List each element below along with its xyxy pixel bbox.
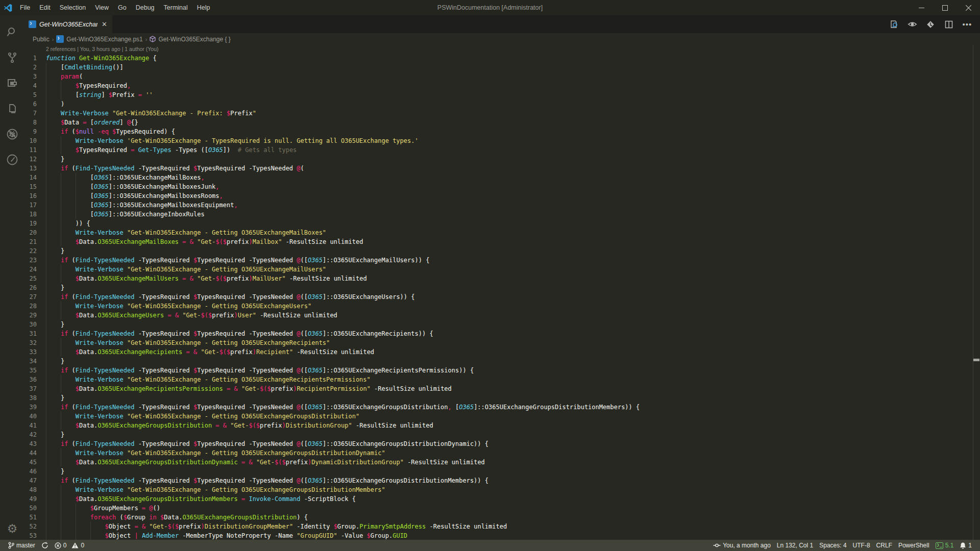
code-line[interactable]: 9 if ($null -eq $TypesRequired) { [24, 127, 980, 136]
code-line[interactable]: 19 )) { [24, 219, 980, 228]
breadcrumb-folder[interactable]: Public [33, 36, 50, 43]
code-line[interactable]: 11 $TypesRequired = Get-Types -Types ([O… [24, 145, 980, 155]
code-line[interactable]: 30 } [24, 320, 980, 329]
code-line[interactable]: 32 Write-Verbose "Get-WinO365Exchange - … [24, 338, 980, 347]
code-line[interactable]: 3 param( [24, 72, 980, 81]
pages-icon[interactable] [0, 96, 24, 121]
search-icon[interactable] [0, 19, 24, 45]
code-line[interactable]: 2 [CmdletBinding()] [24, 63, 980, 72]
line-number: 53 [24, 531, 37, 540]
code-line[interactable]: 51 foreach ($Group in $Data.O365UExchang… [24, 513, 980, 522]
code-line[interactable]: 28 Write-Verbose "Get-WinO365Exchange - … [24, 302, 980, 311]
search-editor-icon[interactable] [888, 19, 899, 30]
code-line[interactable]: 45 $Data.O365UExchangeGroupsDistribution… [24, 458, 980, 467]
minimize-button[interactable] [910, 0, 933, 15]
code-line[interactable]: 14 [O365]::O365UExchangeMailBoxes, [24, 173, 980, 182]
code-line[interactable]: 16 [O365]::O365UExchangeMailboxesRooms, [24, 191, 980, 201]
manage-gear-icon[interactable]: ⚙ [0, 517, 24, 540]
code-line[interactable]: 15 [O365]::O365UExchangeMailboxesJunk, [24, 182, 980, 191]
debug-disabled-icon[interactable] [0, 121, 24, 147]
code-line[interactable]: 50 $GroupMembers = @() [24, 504, 980, 513]
code-line[interactable]: 31 if (Find-TypesNeeded -TypesRequired $… [24, 329, 980, 338]
cursor-position[interactable]: Ln 132, Col 1 [774, 540, 816, 551]
tab-close-icon[interactable]: ✕ [101, 20, 108, 28]
menu-item-help[interactable]: Help [192, 0, 215, 15]
powershell-session[interactable]: 5.1 [933, 540, 957, 551]
code-line[interactable]: 24 Write-Verbose "Get-WinO365Exchange - … [24, 265, 980, 274]
code-line[interactable]: 7 Write-Verbose "Get-WinO365Exchange - P… [24, 109, 980, 118]
tab-get-wino365exchange[interactable]: ❯ Get-WinO365Exchange.ps1 ✕ [24, 15, 112, 33]
code-line[interactable]: 6 ) [24, 99, 980, 109]
extension-diamond-icon[interactable] [925, 19, 936, 30]
code-editor[interactable]: 2 references | You, 3 hours ago | 1 auth… [24, 45, 980, 540]
code-line[interactable]: 27 if (Find-TypesNeeded -TypesRequired $… [24, 292, 980, 302]
code-line[interactable]: 12 } [24, 155, 980, 164]
toggle-blame-eye-icon[interactable] [906, 19, 918, 30]
line-number: 31 [24, 329, 37, 338]
code-line[interactable]: 4 $TypesRequired, [24, 81, 980, 90]
menu-item-terminal[interactable]: Terminal [159, 0, 192, 15]
code-line[interactable]: 36 Write-Verbose "Get-WinO365Exchange - … [24, 375, 980, 384]
code-line[interactable]: 10 Write-Verbose 'Get-WinO365Exchange - … [24, 136, 980, 145]
code-line[interactable]: 48 Write-Verbose "Get-WinO365Exchange - … [24, 485, 980, 494]
eol-indicator[interactable]: CRLF [873, 540, 895, 551]
code-line[interactable]: 41 $Data.O365UExchangeGroupsDistribution… [24, 421, 980, 430]
code-line[interactable]: 29 $Data.O365UExchangeUsers = & "Get-$($… [24, 311, 980, 320]
split-editor-icon[interactable] [943, 19, 954, 30]
breadcrumb-symbol[interactable]: Get-WinO365Exchange { } [150, 36, 230, 43]
code-line[interactable]: 21 $Data.O365UExchangeMailBoxes = & "Get… [24, 237, 980, 246]
code-line[interactable]: 46 } [24, 467, 980, 476]
code-line[interactable]: 47 if (Find-TypesNeeded -TypesRequired $… [24, 476, 980, 485]
code-line[interactable]: 1function Get-WinO365Exchange { [24, 54, 980, 63]
sync-button[interactable] [38, 540, 52, 551]
notifications-bell[interactable]: 1 [957, 540, 975, 551]
code-line[interactable]: 38 } [24, 393, 980, 403]
git-branch-indicator[interactable]: master [5, 540, 38, 551]
maximize-button[interactable] [933, 0, 957, 15]
code-line[interactable]: 33 $Data.O365UExchangeRecipients = & "Ge… [24, 347, 980, 357]
code-line[interactable]: 26 } [24, 283, 980, 292]
menu-item-go[interactable]: Go [113, 0, 131, 15]
code-line[interactable]: 17 [O365]::O365UExchangeMailboxesEquipme… [24, 201, 980, 210]
code-line[interactable]: 18 [O365]::O365UExchangeInboxRules [24, 210, 980, 219]
source-control-icon[interactable] [0, 45, 24, 70]
overview-ruler[interactable] [973, 45, 980, 540]
code-line[interactable]: 37 $Data.O365UExchangeRecipientsPermissi… [24, 384, 980, 393]
codelens-references[interactable]: 2 references | You, 3 hours ago | 1 auth… [46, 45, 980, 54]
menu-item-debug[interactable]: Debug [131, 0, 159, 15]
code-line[interactable]: 53 $Object | Add-Member -MemberType Note… [24, 531, 980, 540]
code-line[interactable]: 40 Write-Verbose "Get-WinO365Exchange - … [24, 412, 980, 421]
encoding-indicator[interactable]: UTF-8 [850, 540, 873, 551]
menu-item-edit[interactable]: Edit [35, 0, 55, 15]
code-line[interactable]: 8 $Data = [ordered] @{} [24, 118, 980, 127]
close-button[interactable] [957, 0, 980, 15]
time-gauge-icon[interactable] [0, 147, 24, 172]
gitlens-blame[interactable]: You, a month ago [710, 540, 774, 551]
menu-item-view[interactable]: View [90, 0, 113, 15]
extensions-icon[interactable] [0, 70, 24, 96]
code-line[interactable]: 5 [string] $Prefix = '' [24, 90, 980, 99]
problems-indicator[interactable]: 0 0 [52, 540, 87, 551]
code-line[interactable]: 35 if (Find-TypesNeeded -TypesRequired $… [24, 366, 980, 375]
menu-item-file[interactable]: File [15, 0, 35, 15]
indentation-indicator[interactable]: Spaces: 4 [816, 540, 849, 551]
code-line[interactable]: 44 Write-Verbose "Get-WinO365Exchange - … [24, 448, 980, 458]
code-line[interactable]: 13 if (Find-TypesNeeded -TypesRequired $… [24, 164, 980, 173]
code-line[interactable]: 39 if (Find-TypesNeeded -TypesRequired $… [24, 403, 980, 412]
code-line[interactable]: 22 } [24, 246, 980, 256]
code-line[interactable]: 52 $Object = & "Get-$($prefix)Distributi… [24, 522, 980, 531]
more-actions-icon[interactable]: ••• [962, 19, 973, 30]
language-mode[interactable]: PowerShell [895, 540, 933, 551]
line-number: 39 [24, 403, 37, 412]
menu-item-selection[interactable]: Selection [55, 0, 90, 15]
commit-icon [713, 543, 721, 548]
code-line[interactable]: 20 Write-Verbose "Get-WinO365Exchange - … [24, 228, 980, 237]
code-text: $Data.O365UExchangeMailUsers = & "Get-$(… [46, 274, 367, 283]
code-line[interactable]: 25 $Data.O365UExchangeMailUsers = & "Get… [24, 274, 980, 283]
code-line[interactable]: 42 } [24, 430, 980, 439]
code-line[interactable]: 34 } [24, 357, 980, 366]
code-line[interactable]: 49 $Data.O365UExchangeGroupsDistribution… [24, 494, 980, 504]
code-line[interactable]: 43 if (Find-TypesNeeded -TypesRequired $… [24, 439, 980, 448]
breadcrumb-file[interactable]: ❯ Get-WinO365Exchange.ps1 [56, 35, 142, 43]
code-line[interactable]: 23 if (Find-TypesNeeded -TypesRequired $… [24, 256, 980, 265]
